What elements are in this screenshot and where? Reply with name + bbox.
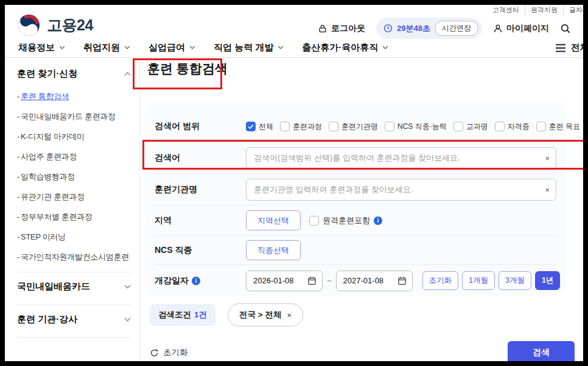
all-menu-button[interactable]: 전체 메뉴 [555, 42, 583, 54]
sidebar-item[interactable]: 유관기관 훈련과정 [17, 192, 131, 202]
person-icon [493, 24, 503, 33]
sidebar-section-title: 훈련 기관·강사 [17, 314, 77, 325]
sidebar-item[interactable]: K-디지털 아카데미 [17, 131, 131, 142]
date-to-field[interactable]: 2027-01-08 [336, 271, 413, 291]
start-date-label: 개강일자 [155, 275, 246, 286]
nav-item-vocational-development[interactable]: 직업 능력 개발 [214, 42, 284, 54]
date-from-field[interactable]: 2026-01-08 [246, 271, 323, 291]
chevron-down-icon [382, 46, 388, 49]
checkbox-checked-icon [246, 122, 256, 131]
scope-option-ncs[interactable]: NCS 직종·능력 [385, 122, 447, 132]
keyword-input-wrap: × [246, 147, 556, 169]
logout-label: 로그아웃 [331, 23, 365, 34]
form-footer: 초기화 검색 [145, 341, 575, 361]
main-content: 훈련 통합검색 검색어 범위 전체 훈련과정 [140, 58, 583, 361]
scope-option-subject[interactable]: 교과명 [453, 122, 488, 132]
condition-tag-region: 전국 > 전체 × [228, 303, 303, 326]
mypage-label: 마이페이지 [506, 23, 549, 34]
customer-center-link[interactable]: 고객센터 [487, 5, 525, 15]
chevron-down-icon [124, 46, 130, 49]
chevron-up-icon [124, 72, 131, 76]
gov-emblem-icon [17, 13, 41, 37]
nav-item-parental-leave[interactable]: 출산휴가·육아휴직 [302, 42, 388, 54]
extend-time-button[interactable]: 시간연장 [435, 21, 478, 36]
search-button[interactable]: 검색 [508, 341, 575, 361]
checkbox-icon [309, 216, 319, 226]
ncs-select-button[interactable]: 직종선택 [246, 240, 301, 260]
sidebar-section-training-search[interactable]: 훈련 찾기·신청 [17, 68, 131, 80]
remove-tag-icon[interactable]: × [287, 311, 292, 320]
chevron-down-icon [59, 46, 65, 49]
lock-icon [318, 24, 327, 33]
scope-option-all[interactable]: 전체 [246, 122, 273, 132]
search-scope-options: 전체 훈련과정 훈련기관명 NCS 직종·능력 [246, 122, 580, 132]
date-preset-3month-button[interactable]: 3개월 [499, 271, 531, 290]
date-preset-reset-button[interactable]: 초기화 [422, 271, 459, 290]
remote-support-link[interactable]: 원격지원 [525, 5, 563, 15]
main-nav: 채용정보 취업지원 실업급여 직업 능력 개발 출산휴가·육아휴직 [5, 38, 583, 58]
region-select-button[interactable]: 지역선택 [246, 210, 301, 230]
ncs-label: NCS 직종 [155, 245, 246, 256]
sidebar-item[interactable]: 국민내일배움카드 훈련과정 [17, 111, 131, 122]
remote-training-checkbox[interactable]: 원격훈련포함 [309, 215, 382, 226]
checkbox-icon [495, 122, 505, 131]
nav-item-jobs[interactable]: 채용정보 [18, 42, 65, 54]
sidebar-item-list: 훈련 통합검색 국민내일배움카드 훈련과정 K-디지털 아카데미 사업주 훈련과… [17, 91, 131, 263]
keyword-input[interactable] [246, 147, 556, 169]
clear-icon[interactable]: × [545, 185, 550, 193]
scope-option-goal[interactable]: 훈련 목표 [536, 122, 580, 132]
divider [17, 337, 131, 338]
checkbox-icon [385, 122, 394, 131]
calendar-icon [307, 276, 317, 285]
sidebar-section-title: 국민내일배움카드 [17, 281, 90, 292]
sidebar-item[interactable]: 정부부처별 훈련과정 [17, 212, 131, 223]
search-icon[interactable] [560, 23, 571, 34]
sidebar-section-tomorrow-card[interactable]: 국민내일배움카드 [17, 272, 131, 301]
nav-item-employment-support[interactable]: 취업지원 [83, 42, 130, 54]
hamburger-icon [555, 44, 566, 52]
scope-option-course[interactable]: 훈련과정 [280, 122, 322, 132]
region-label: 지역 [155, 215, 246, 226]
sidebar-item[interactable]: 사업주 훈련과정 [17, 151, 131, 162]
mypage-button[interactable]: 마이페이지 [493, 23, 549, 34]
institution-input[interactable] [246, 179, 556, 201]
chevron-down-icon [124, 285, 131, 289]
region-row: 지역 지역선택 원격훈련포함 [155, 205, 556, 235]
chevron-down-icon [278, 46, 284, 49]
logo[interactable]: 고용24 [17, 13, 93, 37]
keyword-row: 검색어 × [155, 142, 556, 173]
sidebar-item[interactable]: STEP 이러닝 [17, 232, 131, 243]
nav-label: 실업급여 [149, 42, 185, 54]
clear-icon[interactable]: × [545, 154, 550, 162]
calendar-icon [397, 276, 407, 285]
utility-bar: 고객센터 원격지원 글자·화면 설정 [487, 5, 583, 15]
refresh-icon [150, 348, 159, 357]
checkbox-icon [453, 122, 463, 131]
info-icon [192, 277, 200, 285]
sidebar-item[interactable]: 국가인적자원개발컨소시엄훈련 [17, 252, 131, 263]
checkbox-icon [329, 122, 338, 131]
info-icon [374, 216, 382, 225]
all-menu-label: 전체 메뉴 [571, 42, 583, 54]
session-time-value: 29분48초 [397, 23, 430, 34]
reset-button[interactable]: 초기화 [150, 347, 188, 358]
institution-input-wrap: × [246, 179, 556, 201]
nav-label: 채용정보 [18, 42, 55, 54]
date-preset-1month-button[interactable]: 1개월 [462, 271, 495, 290]
scope-option-certificate[interactable]: 자격증 [495, 122, 530, 132]
sidebar-item[interactable]: 일학습병행과정 [17, 171, 131, 182]
ncs-row: NCS 직종 직종선택 [155, 235, 556, 264]
start-date-row: 개강일자 2026-01-08 ~ [155, 264, 556, 296]
chevron-down-icon [124, 317, 131, 322]
date-preset-1year-button[interactable]: 1년 [535, 271, 560, 290]
scope-option-institution[interactable]: 훈련기관명 [329, 122, 378, 132]
display-settings-link[interactable]: 글자·화면 설정 [563, 5, 583, 15]
conditions-count-badge: 검색조건1건 [150, 304, 215, 326]
search-conditions-row: 검색조건1건 전국 > 전체 × [145, 303, 566, 326]
sidebar: 훈련 찾기·신청 훈련 통합검색 국민내일배움카드 훈련과정 K-디지털 아카데… [5, 58, 140, 361]
sidebar-item-integrated-search[interactable]: 훈련 통합검색 [17, 91, 131, 102]
nav-item-unemployment-benefits[interactable]: 실업급여 [149, 42, 195, 54]
search-scope-row: 검색어 범위 전체 훈련과정 훈련기관명 [155, 111, 556, 142]
logout-button[interactable]: 로그아웃 [318, 23, 365, 34]
sidebar-section-training-org[interactable]: 훈련 기관·강사 [17, 305, 131, 334]
